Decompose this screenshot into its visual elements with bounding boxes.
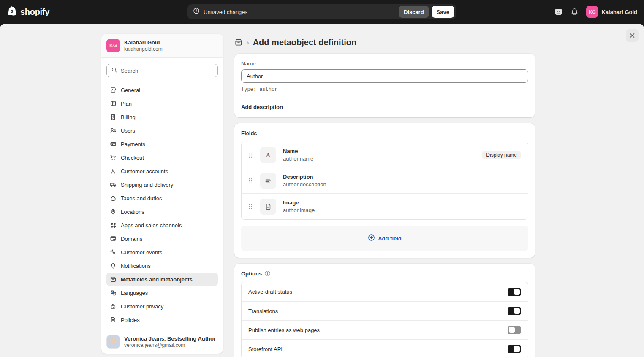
main-panel: › Add metaobject definition Name Type: a…: [234, 35, 535, 357]
settings-nav: General Plan Billing Users Payments: [101, 80, 223, 327]
billing-icon: [110, 114, 117, 120]
user-avatar: [106, 335, 120, 349]
fields-title: Fields: [241, 130, 528, 136]
sidebar-item-notifications[interactable]: Notifications: [106, 259, 218, 273]
field-row-image[interactable]: Image author.image: [242, 193, 528, 219]
sidebar-item-label: Policies: [121, 317, 140, 323]
browser-icon: [110, 235, 117, 242]
sidebar-item-label: Shipping and delivery: [121, 182, 173, 188]
sidebar-item-domains[interactable]: Domains: [106, 232, 218, 245]
sidebar-search: [101, 58, 223, 80]
toggle-knob: [514, 308, 520, 314]
field-row-description[interactable]: Description author.description: [242, 168, 528, 193]
sidebar-item-label: Metafields and metaobjects: [121, 276, 193, 283]
translations-toggle[interactable]: [508, 307, 521, 315]
sidebar-item-taxes[interactable]: Taxes and duties: [106, 191, 218, 205]
sidebar-item-shipping[interactable]: Shipping and delivery: [106, 178, 218, 191]
sidebar-item-label: Apps and sales channels: [121, 222, 182, 229]
name-card: Name Type: author Add description: [234, 54, 535, 117]
payments-icon: [110, 141, 117, 147]
search-input[interactable]: [121, 68, 213, 74]
sidebar-item-customer-events[interactable]: Customer events: [106, 245, 218, 259]
page-title: Add metaobject definition: [253, 38, 357, 47]
sidebar-item-locations[interactable]: Locations: [106, 205, 218, 218]
store-header[interactable]: KG Kalahari Gold kalaharigold.com: [101, 34, 223, 58]
content-area: KG Kalahari Gold kalaharigold.com Gene: [0, 24, 644, 357]
info-icon[interactable]: [264, 270, 271, 277]
topbar: S shopify Unsaved changes Discard Save K…: [0, 0, 644, 24]
users-icon: [110, 127, 117, 134]
sidebar-item-languages[interactable]: A Languages: [106, 286, 218, 300]
sidebar-item-payments[interactable]: Payments: [106, 137, 218, 151]
field-name: Description: [283, 173, 326, 181]
sidebar-item-label: Taxes and duties: [121, 195, 162, 202]
active-draft-toggle[interactable]: [508, 288, 521, 296]
sidebar-item-label: Payments: [121, 141, 145, 147]
drag-handle-icon[interactable]: [248, 203, 253, 210]
banner-actions: Discard Save: [399, 6, 454, 18]
lock-icon: [110, 303, 117, 310]
multi-line-text-icon: [260, 173, 276, 189]
sidebar-item-billing[interactable]: Billing: [106, 110, 218, 124]
sidebar-item-general[interactable]: General: [106, 83, 218, 97]
sidebar-item-label: Billing: [121, 114, 136, 120]
plan-icon: [110, 100, 117, 107]
name-label: Name: [241, 60, 528, 67]
sidebar-item-users[interactable]: Users: [106, 124, 218, 137]
account-name: Kalahari Gold: [601, 9, 637, 15]
store-icon: [110, 87, 117, 93]
unsaved-changes-message: Unsaved changes: [204, 9, 247, 15]
sidebar-item-label: Domains: [121, 236, 142, 242]
shopify-wordmark: shopify: [20, 7, 49, 17]
field-key: author.description: [283, 181, 326, 188]
publish-web-pages-toggle[interactable]: [508, 326, 521, 334]
sidebar-item-label: Customer privacy: [121, 303, 163, 310]
drag-handle-icon[interactable]: [248, 152, 253, 158]
option-label: Publish entries as web pages: [248, 327, 320, 333]
add-field-button[interactable]: Add field: [241, 226, 528, 251]
sidebar-item-customer-privacy[interactable]: Customer privacy: [106, 300, 218, 313]
close-icon[interactable]: [626, 29, 639, 42]
sidebar-item-label: Users: [121, 128, 135, 134]
notifications-bell-icon[interactable]: [571, 8, 579, 16]
sidebar-item-policies[interactable]: Policies: [106, 313, 218, 327]
sidebar-item-apps[interactable]: Apps and sales channels: [106, 218, 218, 232]
account-menu[interactable]: KG Kalahari Gold: [586, 6, 637, 18]
definition-name-input[interactable]: [241, 69, 528, 83]
sidebar-item-customer-accounts[interactable]: Customer accounts: [106, 164, 218, 178]
option-row-publish-web-pages: Publish entries as web pages: [242, 320, 528, 339]
options-card: Options Active-draft status Translations: [234, 264, 535, 357]
svg-text:A: A: [266, 152, 271, 158]
sidebar-item-metafields-metaobjects[interactable]: Metafields and metaobjects: [106, 273, 218, 286]
metaobjects-breadcrumb-icon[interactable]: [234, 38, 243, 46]
user-name: Veronica Jeans, Bestselling Author: [124, 335, 216, 342]
sidebar-item-label: Customer accounts: [121, 168, 168, 174]
sidebar-item-label: Notifications: [121, 263, 151, 269]
bell-icon: [110, 262, 117, 269]
toggle-knob: [514, 346, 520, 352]
policies-icon: [110, 316, 117, 323]
drag-handle-icon[interactable]: [248, 177, 253, 184]
toggle-knob: [514, 289, 520, 295]
field-key: author.image: [283, 207, 315, 214]
user-footer[interactable]: Veronica Jeans, Bestselling Author veron…: [101, 330, 223, 354]
save-button[interactable]: Save: [432, 6, 454, 18]
field-name: Name: [283, 147, 313, 155]
option-row-active-draft: Active-draft status: [242, 282, 528, 301]
sidebar-item-plan[interactable]: Plan: [106, 97, 218, 110]
field-name: Image: [283, 199, 315, 207]
sidebar-item-label: General: [121, 87, 140, 93]
search-icon: [111, 67, 117, 75]
discard-button[interactable]: Discard: [399, 6, 429, 18]
shopify-logo[interactable]: S shopify: [7, 5, 49, 18]
storefront-api-toggle[interactable]: [508, 345, 521, 353]
field-row-name[interactable]: A Name author.name Display name: [242, 142, 528, 168]
fields-card: Fields A Name author.name Displa: [234, 123, 535, 258]
cursor-click-icon: [110, 249, 117, 256]
sidekick-icon[interactable]: [554, 8, 563, 16]
shopify-settings-app: S shopify Unsaved changes Discard Save K…: [0, 0, 644, 357]
add-description-button[interactable]: Add description: [241, 104, 283, 110]
option-label: Translations: [248, 308, 278, 314]
sidebar-item-checkout[interactable]: Checkout: [106, 151, 218, 164]
search-box[interactable]: [106, 64, 218, 77]
